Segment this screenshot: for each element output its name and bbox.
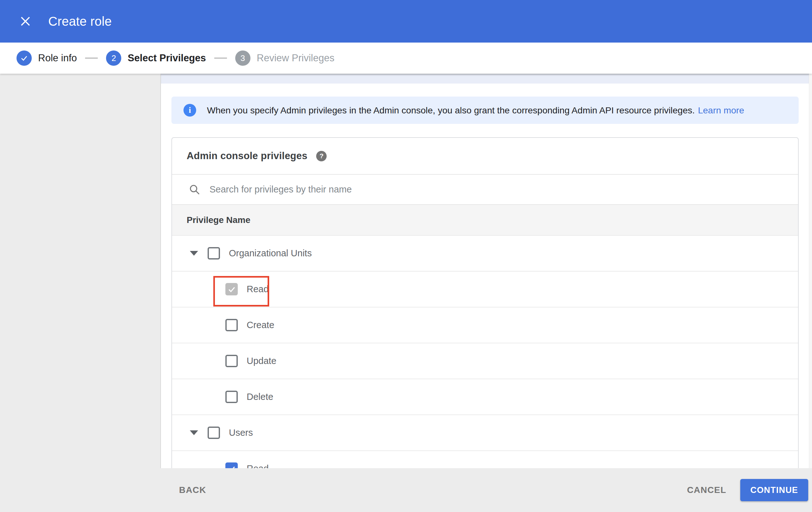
privilege-row: Organizational Units xyxy=(172,235,798,271)
learn-more-link[interactable]: Learn more xyxy=(698,105,744,116)
privilege-row: Create xyxy=(172,307,798,343)
step-review-privileges: 3 Review Privileges xyxy=(235,51,335,66)
scrolled-section-edge xyxy=(161,74,809,84)
privilege-checkbox[interactable] xyxy=(225,283,238,295)
continue-button[interactable]: CONTINUE xyxy=(740,479,808,501)
create-role-dialog: Create role Role info 2 Select Privilege… xyxy=(0,0,812,512)
step-label: Review Privileges xyxy=(257,52,335,64)
step-label: Role info xyxy=(38,52,77,64)
card-title: Admin console privileges xyxy=(187,150,307,162)
card-header: Admin console privileges ? xyxy=(172,138,798,174)
search-input[interactable] xyxy=(209,184,798,195)
privileges-table-body: Organizational UnitsReadCreateUpdateDele… xyxy=(172,235,798,468)
step-number: 3 xyxy=(235,51,251,66)
privilege-label: Organizational Units xyxy=(229,248,312,259)
privilege-checkbox[interactable] xyxy=(208,247,220,260)
left-panel xyxy=(0,74,160,468)
step-complete-check-icon xyxy=(17,51,32,66)
scrollbar-track[interactable] xyxy=(809,74,812,468)
step-divider xyxy=(214,57,227,59)
privilege-row: Read xyxy=(172,271,798,307)
expand-collapse-icon[interactable] xyxy=(190,430,198,435)
back-button[interactable]: BACK xyxy=(179,485,206,495)
step-select-privileges[interactable]: 2 Select Privileges xyxy=(106,51,206,66)
privilege-checkbox[interactable] xyxy=(225,319,238,331)
privilege-label: Delete xyxy=(246,392,273,402)
stepper: Role info 2 Select Privileges 3 Review P… xyxy=(0,43,812,74)
privilege-name-column-header: Privilege Name xyxy=(172,204,798,235)
info-banner: i When you specify Admin privileges in t… xyxy=(171,97,799,124)
privilege-checkbox[interactable] xyxy=(225,355,238,367)
close-icon[interactable] xyxy=(16,12,35,31)
expand-collapse-icon[interactable] xyxy=(190,251,198,256)
privileges-search-row xyxy=(172,174,798,204)
search-icon xyxy=(188,184,201,196)
app-bar: Create role xyxy=(0,0,812,43)
privilege-label: Read xyxy=(246,463,268,468)
cancel-button[interactable]: CANCEL xyxy=(687,485,726,495)
privilege-row: Delete xyxy=(172,379,798,414)
dialog-body: i When you specify Admin privileges in t… xyxy=(0,74,812,468)
admin-console-privileges-card: Admin console privileges ? Privilege Nam… xyxy=(171,137,799,468)
step-number: 2 xyxy=(106,51,121,66)
step-divider xyxy=(85,57,98,59)
privilege-checkbox[interactable] xyxy=(225,391,238,403)
content-scroll-area[interactable]: i When you specify Admin privileges in t… xyxy=(160,74,809,468)
info-banner-text: When you specify Admin privileges in the… xyxy=(207,105,695,116)
privilege-label: Users xyxy=(229,428,253,438)
privilege-row: Update xyxy=(172,343,798,379)
page-title: Create role xyxy=(48,14,112,29)
privilege-label: Update xyxy=(246,356,277,366)
privilege-row: Users xyxy=(172,414,798,450)
help-icon[interactable]: ? xyxy=(316,151,327,161)
info-icon: i xyxy=(183,104,196,116)
footer-bar: BACK CANCEL CONTINUE xyxy=(0,468,812,512)
step-role-info[interactable]: Role info xyxy=(17,51,77,66)
privilege-checkbox[interactable] xyxy=(208,427,220,439)
privilege-label: Create xyxy=(246,320,274,330)
privilege-checkbox[interactable] xyxy=(225,462,238,468)
privilege-label: Read xyxy=(246,284,268,294)
privilege-row: Read xyxy=(172,450,798,468)
step-label: Select Privileges xyxy=(127,52,206,64)
